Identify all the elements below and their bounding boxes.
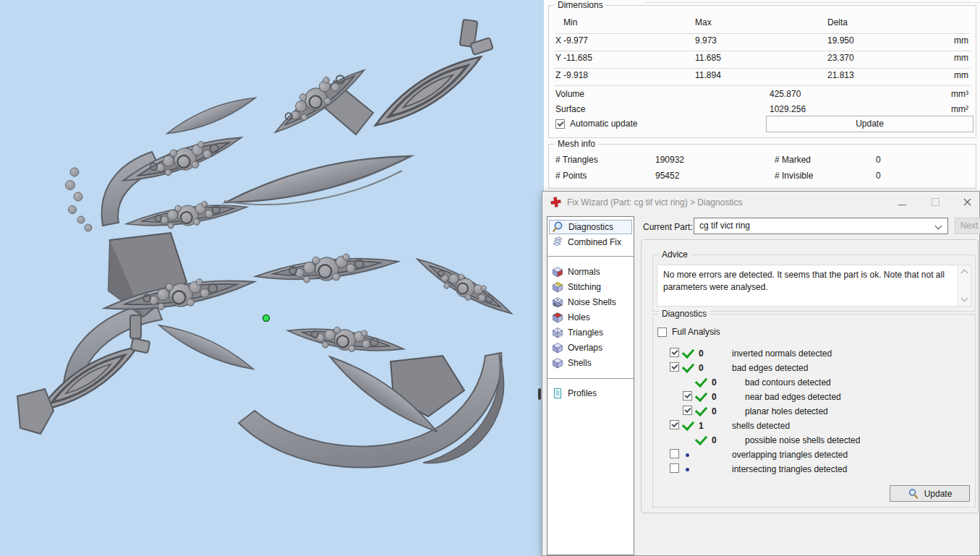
cube-icon (552, 342, 563, 354)
dimensions-header: Min Max Delta (549, 17, 976, 29)
sidebar-item-stitching[interactable]: Stitching (549, 280, 632, 294)
close-button[interactable] (955, 192, 979, 213)
scroll-down-icon[interactable] (961, 295, 968, 302)
diagnostic-count: 0 (712, 392, 745, 402)
panel-tab-edge (644, 2, 980, 3)
3d-viewport[interactable] (0, 0, 544, 556)
triangles-label: # Triangles (555, 155, 598, 166)
dialog-title: Fix Wizard (Part: cg tif vict ring) > Di… (567, 197, 742, 208)
cell-unit: mm (954, 35, 968, 46)
cell-max: 11.894 (695, 70, 721, 80)
col-max: Max (695, 17, 712, 27)
dialog-titlebar[interactable]: Fix Wizard (Part: cg tif vict ring) > Di… (542, 192, 979, 213)
diagnostic-checkbox[interactable] (670, 449, 679, 458)
sidebar-item-combined-fix[interactable]: Combined Fix (549, 235, 632, 249)
diagnostic-checkbox[interactable] (670, 362, 679, 372)
fix-wizard-dialog: Fix Wizard (Part: cg tif vict ring) > Di… (542, 191, 980, 556)
diagnostic-row: overlapping triangles detected (670, 448, 972, 462)
dimension-row-x: X-9.9779.97319.950mm (549, 35, 976, 47)
sidebar-item-diagnostics[interactable]: Diagnostics (549, 220, 632, 234)
triangles-value: 190932 (655, 155, 684, 166)
document-icon (552, 388, 563, 399)
diagnostic-count: 0 (712, 377, 745, 388)
cell-max: 9.973 (695, 35, 717, 46)
sidebar-item-label: Combined Fix (568, 237, 621, 247)
full-analysis-checkbox[interactable] (657, 328, 667, 337)
diagnostic-row: intersecting triangles detected (670, 462, 972, 476)
cube-icon (552, 357, 563, 369)
cube-red-front-icon (552, 266, 563, 278)
cell-axis: X (555, 35, 561, 46)
blue-dot-icon (686, 468, 689, 471)
green-check-icon (682, 418, 694, 431)
layers-icon (552, 236, 563, 248)
volume-label: Volume (555, 89, 584, 99)
sidebar-item-noise-shells[interactable]: Noise Shells (549, 295, 632, 309)
surface-value: 1029.256 (770, 104, 806, 114)
cube-dots-icon (552, 296, 563, 308)
close-icon (963, 198, 971, 206)
diagnostics-groupbox: Diagnostics Full Analysis 0inverted norm… (652, 314, 976, 508)
sidebar-item-shells[interactable]: Shells (549, 356, 632, 370)
part-info-panel: Dimensions Min Max Delta X-9.9779.97319.… (544, 0, 980, 191)
full-analysis-label: Full Analysis (672, 327, 720, 337)
mesh-info-groupbox: Mesh info # Triangles 190932 # Marked 0 … (548, 144, 976, 189)
green-check-icon (695, 432, 707, 445)
sidebar-item-label: Diagnostics (568, 222, 613, 232)
panel-splitter-grip[interactable] (538, 388, 541, 400)
cell-max: 11.685 (695, 53, 721, 63)
points-label: # Points (555, 171, 587, 182)
cell-delta: 21.813 (827, 70, 854, 80)
diagnostic-checkbox[interactable] (670, 420, 679, 429)
next-button[interactable]: Next (955, 218, 980, 234)
sidebar-item-holes[interactable]: Holes (549, 310, 632, 325)
scroll-up-icon[interactable] (961, 270, 968, 277)
cell-unit: mm (954, 70, 968, 80)
sidebar-item-normals[interactable]: Normals (549, 265, 632, 279)
diagnostic-row: 0inverted normals detected (670, 346, 972, 361)
cell-min: -11.685 (563, 53, 592, 63)
sidebar-item-label: Triangles (568, 328, 603, 338)
volume-row: Volume 425.870 mm³ (549, 89, 976, 100)
cell-unit: mm (954, 53, 968, 63)
diagnostic-checkbox[interactable] (670, 348, 679, 357)
invisible-value: 0 (876, 171, 881, 182)
dimensions-update-button[interactable]: Update (766, 116, 973, 132)
cell-axis: Y (555, 53, 561, 63)
cell-min: -9.977 (563, 35, 588, 46)
diagnostic-count: 0 (699, 348, 732, 359)
diagnostic-checkbox[interactable] (683, 391, 692, 401)
sidebar-item-label: Holes (568, 312, 590, 322)
maximize-button[interactable] (923, 192, 947, 213)
cube-stitch-icon (552, 281, 563, 293)
magnifier-icon (553, 221, 564, 233)
sidebar-item-label: Normals (568, 267, 600, 277)
automatic-update-checkbox[interactable] (555, 119, 565, 129)
green-check-icon (695, 403, 707, 416)
diagnostic-row: 0planar holes detected (683, 404, 972, 419)
marked-label: # Marked (775, 155, 811, 166)
minimize-button[interactable] (890, 192, 914, 213)
advice-textbox: No more errors are detected. It seems th… (657, 265, 971, 307)
sidebar-item-profiles[interactable]: Profiles (549, 386, 632, 401)
diagnostic-row: 0near bad edges detected (683, 390, 972, 404)
sidebar-item-label: Profiles (568, 388, 597, 398)
fix-wizard-red-cross-icon (550, 197, 561, 208)
diagnostic-checkbox[interactable] (683, 406, 692, 415)
maximize-icon (932, 198, 939, 206)
green-check-icon (682, 360, 694, 373)
sidebar-item-triangles[interactable]: Triangles (549, 325, 632, 340)
current-part-select[interactable]: cg tif vict ring (694, 218, 948, 234)
diagnostics-update-button[interactable]: Update (890, 485, 970, 502)
sidebar-item-overlaps[interactable]: Overlaps (549, 341, 632, 355)
diagnostic-row: 0bad edges detected (670, 361, 972, 375)
current-part-label: Current Part: (643, 222, 693, 232)
cell-axis: Z (555, 70, 561, 80)
cell-delta: 23.370 (827, 53, 854, 63)
diagnostic-row: 0bad contours detected (683, 375, 972, 390)
diagnostic-label: planar holes detected (745, 406, 828, 416)
advice-scrollbar[interactable] (958, 265, 971, 306)
diagnostic-label: possible noise shells detected (745, 435, 860, 445)
diagnostic-checkbox[interactable] (670, 463, 679, 473)
surface-row: Surface 1029.256 mm² (549, 104, 976, 116)
